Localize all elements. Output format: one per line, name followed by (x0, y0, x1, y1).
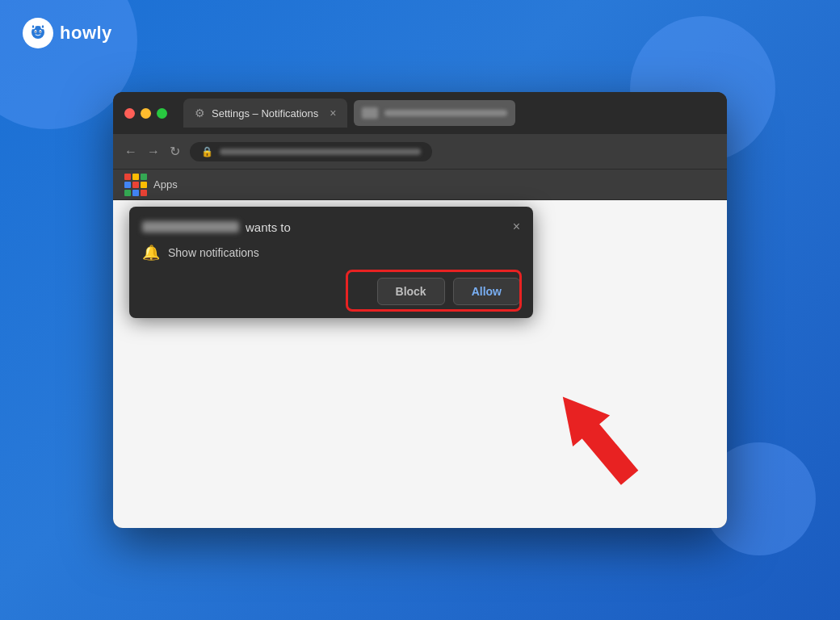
title-bar: ⚙ Settings – Notifications × (113, 92, 727, 134)
svg-point-6 (41, 25, 44, 29)
apps-dot-1 (124, 174, 131, 180)
popup-actions: Block Allow (129, 271, 533, 318)
popup-title: wants to (142, 220, 291, 234)
tab-thumbnail (362, 107, 378, 119)
inactive-tab[interactable] (354, 100, 515, 126)
apps-dot-4 (124, 182, 131, 188)
close-window-button[interactable] (124, 108, 135, 119)
notification-popup: wants to × 🔔 Show notifications Block Al… (129, 207, 533, 318)
lock-icon: 🔒 (201, 146, 213, 157)
popup-notification-text: Show notifications (168, 246, 259, 259)
apps-dot-8 (132, 190, 139, 196)
address-bar: ← → ↻ 🔒 (113, 134, 727, 170)
popup-header: wants to × (129, 207, 533, 234)
svg-point-4 (40, 31, 40, 33)
maximize-window-button[interactable] (157, 108, 167, 119)
svg-point-3 (35, 31, 36, 33)
apps-grid-icon (124, 174, 147, 196)
howly-brand: howly (23, 18, 112, 48)
svg-point-5 (32, 25, 35, 29)
apps-dot-9 (141, 190, 147, 196)
tab-inactive-url (384, 110, 507, 116)
apps-dot-6 (141, 182, 147, 188)
tab-title: Settings – Notifications (212, 107, 318, 119)
browser-window: ⚙ Settings – Notifications × ← → ↻ 🔒 (113, 92, 727, 528)
url-bar[interactable]: 🔒 (190, 142, 432, 161)
apps-dot-5 (132, 182, 139, 188)
bookmarks-bar: Apps (113, 170, 727, 200)
settings-gear-icon: ⚙ (195, 107, 205, 119)
bell-icon: 🔔 (142, 244, 160, 262)
howly-logo-icon (23, 18, 53, 48)
forward-button[interactable]: → (147, 145, 160, 159)
apps-dot-7 (124, 190, 131, 196)
tab-close-button[interactable]: × (330, 107, 336, 119)
page-content: wants to × 🔔 Show notifications Block Al… (113, 200, 727, 528)
url-text (220, 149, 421, 155)
block-button[interactable]: Block (377, 278, 445, 305)
active-tab[interactable]: ⚙ Settings – Notifications × (183, 98, 347, 128)
tab-area: ⚙ Settings – Notifications × (183, 98, 716, 128)
popup-site-name-blurred (142, 221, 239, 232)
popup-close-button[interactable]: × (513, 220, 520, 234)
refresh-button[interactable]: ↻ (170, 144, 180, 159)
apps-dot-3 (141, 174, 147, 180)
apps-label: Apps (153, 178, 178, 191)
popup-wants-to-text: wants to (246, 220, 291, 234)
minimize-window-button[interactable] (141, 108, 151, 119)
red-arrow (525, 375, 678, 512)
popup-body: 🔔 Show notifications (129, 234, 533, 271)
back-button[interactable]: ← (124, 145, 137, 159)
allow-button[interactable]: Allow (453, 278, 520, 305)
traffic-lights (124, 108, 167, 119)
apps-dot-2 (132, 174, 139, 180)
howly-label: howly (60, 23, 112, 44)
